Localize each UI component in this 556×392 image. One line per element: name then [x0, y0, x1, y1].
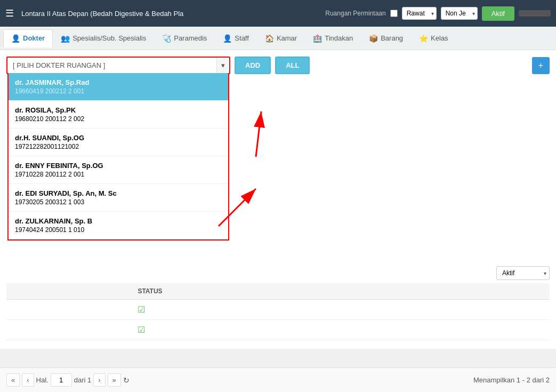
table-cell-name: [6, 320, 132, 340]
status-filter[interactable]: Aktif Tidak Aktif Semua: [496, 266, 550, 280]
doc-name: dr.H. SUANDI, Sp.OG: [15, 134, 222, 142]
staff-icon: 👤: [223, 34, 232, 43]
doctors-table: STATUS ☑ ☑: [6, 283, 550, 340]
col-header-name: [6, 283, 132, 300]
table-header-row: STATUS: [6, 283, 550, 300]
add-button[interactable]: ADD: [235, 57, 271, 74]
doctor-select-box[interactable]: [ PILIH DOKTER RUANGAN ]: [7, 58, 216, 73]
filter-row: Aktif Tidak Aktif Semua: [6, 266, 550, 280]
svg-line-1: [256, 111, 261, 157]
tab-kelas-label: Kelas: [431, 34, 448, 42]
list-item[interactable]: dr. ROSILA, Sp.PK 19680210 200112 2 002: [9, 101, 228, 129]
table-row: ☑: [6, 300, 550, 320]
tab-kelas[interactable]: ⭐ Kelas: [411, 29, 456, 47]
list-item[interactable]: dr. ZULKARNAIN, Sp. B 19740424 200501 1 …: [9, 212, 228, 239]
tab-staff[interactable]: 👤 Staff: [215, 29, 257, 47]
doc-code: 19710228 200112 2 001: [15, 171, 222, 178]
doc-name: dr. ROSILA, Sp.PK: [15, 106, 222, 114]
table-cell-status: ☑: [132, 300, 550, 320]
doc-name: dr. ENNY FEBINITA, Sp.OG: [15, 162, 222, 170]
tab-tindakan-label: Tindakan: [325, 34, 353, 42]
tab-paramedis[interactable]: 🩺 Paramedis: [154, 29, 215, 47]
table-cell-status: ☑: [132, 320, 550, 340]
list-item[interactable]: dr. EDI SURYADI, Sp. An, M. Sc 19730205 …: [9, 184, 228, 212]
status-check-icon: ☑: [138, 325, 145, 334]
extra-button[interactable]: [519, 10, 551, 17]
tab-barang[interactable]: 📦 Barang: [361, 29, 411, 47]
menu-icon[interactable]: ☰: [5, 7, 14, 19]
rawat-select-wrapper: Rawat: [402, 7, 437, 20]
doc-name: dr. EDI SURYADI, Sp. An, M. Sc: [15, 189, 222, 197]
page-title: Lontara II Atas Depan (Bedah Digestive &…: [21, 10, 321, 18]
main-content: [ PILIH DOKTER RUANGAN ] ▾ dr. JASMINAR,…: [0, 50, 556, 349]
tab-dokter[interactable]: 👤 Dokter: [3, 29, 53, 47]
status-filter-wrapper: Aktif Tidak Aktif Semua: [496, 266, 550, 280]
tab-spesialis-label: Spesialis/Sub. Spesialis: [72, 34, 146, 42]
tab-kamar-label: Kamar: [277, 34, 297, 42]
doc-code: 19680210 200112 2 002: [15, 115, 222, 123]
col-header-status: STATUS: [132, 283, 550, 300]
tab-staff-label: Staff: [235, 34, 249, 42]
nav-tabs: 👤 Dokter 👥 Spesialis/Sub. Spesialis 🩺 Pa…: [0, 27, 556, 50]
table-row: ☑: [6, 320, 550, 340]
rawat-select[interactable]: Rawat: [402, 7, 437, 20]
doctor-select-arrow[interactable]: ▾: [216, 58, 229, 73]
plus-button[interactable]: +: [532, 57, 550, 74]
doc-name: dr. JASMINAR, Sp.Rad: [15, 78, 222, 86]
list-item[interactable]: dr.H. SUANDI, Sp.OG 197212282001121002: [9, 129, 228, 156]
tab-tindakan[interactable]: 🏥 Tindakan: [305, 29, 361, 47]
tab-spesialis[interactable]: 👥 Spesialis/Sub. Spesialis: [53, 29, 154, 47]
tindakan-icon: 🏥: [313, 34, 322, 43]
status-check-icon: ☑: [138, 305, 145, 314]
aktif-button[interactable]: Aktif: [482, 6, 514, 21]
toolbar: [ PILIH DOKTER RUANGAN ] ▾ dr. JASMINAR,…: [6, 57, 550, 74]
tab-paramedis-label: Paramedis: [174, 34, 207, 42]
doctor-select-inner: [ PILIH DOKTER RUANGAN ] ▾: [7, 58, 229, 73]
doc-name: dr. ZULKARNAIN, Sp. B: [15, 217, 222, 225]
table-cell-name: [6, 300, 132, 320]
doctor-select-container: [ PILIH DOKTER RUANGAN ] ▾ dr. JASMINAR,…: [6, 57, 230, 74]
doc-code: 19660419 200212 2 001: [15, 87, 222, 95]
tab-kamar[interactable]: 🏠 Kamar: [257, 29, 305, 47]
tab-dokter-label: Dokter: [23, 34, 45, 42]
non-je-select-wrapper: Non Je: [441, 7, 478, 20]
list-item[interactable]: dr. JASMINAR, Sp.Rad 19660419 200212 2 0…: [9, 73, 228, 101]
ruangan-label: Ruangan Permintaan: [325, 10, 385, 17]
doc-code: 197212282001121002: [15, 143, 222, 150]
kamar-icon: 🏠: [265, 34, 274, 43]
kelas-icon: ⭐: [419, 34, 428, 43]
ruangan-checkbox[interactable]: [390, 10, 398, 17]
doctor-dropdown-list: dr. JASMINAR, Sp.Rad 19660419 200212 2 0…: [7, 73, 229, 241]
doc-code: 19740424 200501 1 010: [15, 226, 222, 234]
spesialis-icon: 👥: [61, 34, 70, 43]
list-item[interactable]: dr. ENNY FEBINITA, Sp.OG 19710228 200112…: [9, 156, 228, 184]
barang-icon: 📦: [369, 34, 378, 43]
non-je-select[interactable]: Non Je: [441, 7, 478, 20]
dokter-icon: 👤: [11, 34, 20, 43]
tab-barang-label: Barang: [381, 34, 403, 42]
paramedis-icon: 🩺: [162, 34, 171, 43]
doc-code: 19730205 200312 1 003: [15, 198, 222, 206]
topbar: ☰ Lontara II Atas Depan (Bedah Digestive…: [0, 0, 556, 27]
all-button[interactable]: ALL: [275, 57, 310, 74]
